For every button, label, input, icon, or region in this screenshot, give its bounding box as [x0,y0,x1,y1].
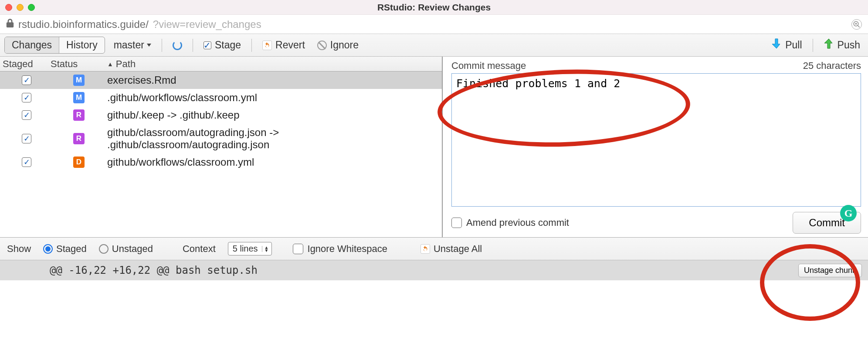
status-badge: R [73,109,85,121]
minimize-window-button[interactable] [17,4,24,11]
commit-message-label: Commit message [451,60,526,71]
staged-checkbox[interactable]: ✓ [22,157,31,167]
show-unstaged-radio[interactable]: Unstaged [99,243,153,255]
stage-button[interactable]: ✓ Stage [200,37,244,53]
grammarly-icon[interactable]: G [840,205,857,221]
commit-pane: Commit message 25 characters G Amend pre… [443,57,868,237]
hunk-line: @@ -16,22 +16,22 @@ bash setup.sh [6,264,258,276]
window-controls [0,4,35,11]
url-query[interactable]: ?view=review_changes [153,18,261,31]
amend-checkbox[interactable]: Amend previous commit [451,217,569,228]
revert-label: Revert [275,39,305,51]
file-path: .github/workflows/classroom.yml [107,92,439,104]
lock-icon [6,19,14,30]
col-staged[interactable]: Staged [3,58,51,70]
col-status[interactable]: Status [51,58,107,70]
file-pane: Staged Status ▲ Path ✓Mexercises.Rmd✓M.g… [0,57,443,237]
arrow-up-icon [824,38,834,52]
revert-button[interactable]: Revert [259,37,309,53]
file-row[interactable]: ✓Rgithub/classroom/autograding.json -> .… [0,124,442,153]
refresh-button[interactable] [169,39,186,52]
unstage-all-button[interactable]: Unstage All [417,242,485,256]
show-staged-radio[interactable]: Staged [43,243,87,255]
status-badge: M [73,75,85,86]
file-row[interactable]: ✓M.github/workflows/classroom.yml [0,89,442,106]
staged-checkbox[interactable]: ✓ [22,75,31,85]
tab-changes[interactable]: Changes [5,37,59,53]
revert-icon [262,41,272,50]
commit-message-input[interactable] [451,73,861,207]
ignore-button[interactable]: Ignore [314,37,362,53]
ignore-whitespace-checkbox[interactable]: Ignore Whitespace [293,243,387,255]
file-row[interactable]: ✓Mexercises.Rmd [0,71,442,89]
toolbar: Changes History master ✓ Stage Revert Ig… [0,34,868,57]
context-label: Context [183,243,216,255]
main-split: Staged Status ▲ Path ✓Mexercises.Rmd✓M.g… [0,57,868,238]
checkbox-icon [451,218,462,228]
file-list: ✓Mexercises.Rmd✓M.github/workflows/class… [0,71,442,237]
commit-char-count: 25 characters [803,60,861,71]
revert-icon [420,244,430,254]
push-button[interactable]: Push [820,36,864,54]
unstage-chunk-button[interactable]: Unstage chunk [798,264,862,277]
ignore-label: Ignore [330,39,359,51]
staged-checkbox[interactable]: ✓ [22,110,31,120]
stepper-icon: ▲▼ [262,246,269,252]
close-window-button[interactable] [5,4,12,11]
staged-checkbox[interactable]: ✓ [22,93,31,102]
tab-history[interactable]: History [59,37,105,53]
branch-name: master [114,39,144,51]
file-path: github/.keep -> .github/.keep [107,109,439,121]
view-tabs: Changes History [4,37,105,54]
push-label: Push [837,39,860,51]
maximize-window-button[interactable] [28,4,35,11]
file-path: exercises.Rmd [107,74,439,86]
address-bar: rstudio.bioinformatics.guide/?view=revie… [0,15,868,34]
diff-hunk-header: @@ -16,22 +16,22 @@ bash setup.sh Unstag… [0,260,868,280]
branch-selector[interactable]: master [110,37,155,53]
ignore-icon [317,41,327,50]
status-badge: D [73,157,85,168]
url-host[interactable]: rstudio.bioinformatics.guide/ [18,18,149,31]
radio-unchecked-icon [99,244,108,254]
sort-ascending-icon: ▲ [107,61,113,68]
svg-line-1 [858,25,860,27]
col-path[interactable]: ▲ Path [107,58,439,70]
pull-label: Pull [785,39,802,51]
context-lines-select[interactable]: 5 lines ▲▼ [228,242,272,255]
refresh-icon [173,41,182,50]
staged-checkbox[interactable]: ✓ [22,134,31,143]
stage-label: Stage [215,39,241,51]
titlebar: RStudio: Review Changes [0,0,868,15]
status-badge: R [73,133,85,144]
chevron-down-icon [147,44,151,47]
column-headers: Staged Status ▲ Path [0,57,442,71]
diff-options-bar: Show Staged Unstaged Context 5 lines ▲▼ … [0,238,868,260]
status-badge: M [73,92,85,103]
zoom-icon[interactable] [851,19,862,30]
window-title: RStudio: Review Changes [0,2,868,13]
checkbox-icon [293,244,303,254]
check-icon: ✓ [203,41,211,49]
file-row[interactable]: ✓Rgithub/.keep -> .github/.keep [0,106,442,124]
arrow-down-icon [771,38,782,52]
file-row[interactable]: ✓Dgithub/workflows/classroom.yml [0,153,442,171]
file-path: github/workflows/classroom.yml [107,156,439,168]
radio-checked-icon [43,244,53,254]
pull-button[interactable]: Pull [768,36,805,54]
amend-label: Amend previous commit [466,217,569,228]
file-path: github/classroom/autograding.json -> .gi… [107,126,439,151]
show-label: Show [7,243,31,255]
